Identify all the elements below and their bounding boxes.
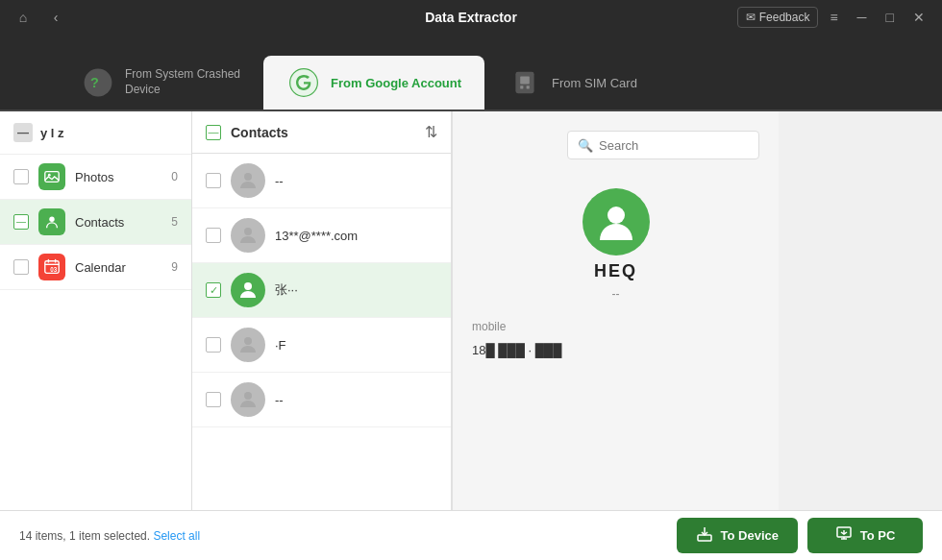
crashed-icon: ? <box>81 65 115 100</box>
tab-crashed[interactable]: ? From System CrashedDevice <box>58 56 263 110</box>
sidebar: — y l z Photos 0 <box>0 111 192 510</box>
contact-item[interactable]: ·F <box>192 318 451 373</box>
tab-bar: ? From System CrashedDevice From Google … <box>0 35 942 111</box>
contact-avatar-3 <box>231 273 265 307</box>
menu-button[interactable]: ≡ <box>822 7 845 28</box>
search-box[interactable]: 🔍 <box>567 131 759 159</box>
sidebar-item-calendar[interactable]: 03 Calendar 9 <box>0 245 191 290</box>
detail-contact-info: HEQ -- <box>472 169 759 310</box>
contact-checkbox-1[interactable] <box>206 173 221 188</box>
calendar-label: Calendar <box>75 260 161 275</box>
contacts-label: Contacts <box>75 215 161 230</box>
search-icon: 🔍 <box>578 138 593 153</box>
calendar-checkbox[interactable] <box>13 259 29 275</box>
svg-rect-7 <box>45 172 59 183</box>
sort-icon[interactable]: ⇅ <box>425 123 437 141</box>
svg-text:?: ? <box>90 75 99 90</box>
svg-point-19 <box>244 392 252 400</box>
status-text: 14 items, 1 item selected. <box>19 529 150 543</box>
svg-text:03: 03 <box>50 266 58 273</box>
contact-checkbox-5[interactable] <box>206 392 221 407</box>
tab-google-label: From Google Account <box>331 76 461 90</box>
photos-label: Photos <box>75 170 161 184</box>
mail-icon: ✉ <box>746 11 756 24</box>
tab-sim[interactable]: From SIM Card <box>484 56 660 110</box>
detail-contact-name: HEQ <box>594 261 637 281</box>
to-device-button[interactable]: To Device <box>677 518 798 553</box>
detail-panel: 🔍 HEQ -- mobile 18█ ███ · ███ <box>452 111 779 510</box>
contact-item[interactable]: 张··· <box>192 263 451 318</box>
contact-checkbox-3[interactable] <box>206 282 221 298</box>
to-pc-icon <box>835 525 853 546</box>
photos-checkbox[interactable] <box>13 169 29 184</box>
contact-avatar-5 <box>231 382 265 417</box>
sidebar-item-photos[interactable]: Photos 0 <box>0 155 191 200</box>
maximize-button[interactable]: □ <box>879 7 902 28</box>
svg-point-16 <box>244 228 252 235</box>
contact-item[interactable]: -- <box>192 154 451 208</box>
footer: 14 items, 1 item selected. Select all To… <box>0 510 942 560</box>
home-button[interactable]: ⌂ <box>10 4 37 31</box>
svg-rect-4 <box>520 77 530 85</box>
to-pc-button[interactable]: To PC <box>807 518 923 553</box>
detail-avatar <box>583 188 650 256</box>
contacts-header-checkbox[interactable]: — <box>206 125 221 140</box>
contact-avatar-2 <box>231 218 265 253</box>
svg-point-9 <box>49 217 54 222</box>
sim-icon <box>508 65 542 100</box>
contacts-checkbox[interactable] <box>13 214 29 230</box>
svg-point-18 <box>244 337 252 345</box>
footer-buttons: To Device To PC <box>677 518 923 553</box>
calendar-icon: 03 <box>38 254 65 280</box>
svg-point-15 <box>244 173 252 181</box>
svg-rect-5 <box>520 85 523 88</box>
detail-phone-label: mobile <box>472 320 506 333</box>
detail-phone: 18█ ███ · ███ <box>472 343 561 357</box>
svg-point-20 <box>607 207 625 224</box>
contact-name-1: -- <box>275 174 437 188</box>
contact-list: -- 13**@****.com 张··· <box>192 154 451 510</box>
select-all-link[interactable]: Select all <box>153 529 200 543</box>
tab-crashed-label: From System CrashedDevice <box>125 67 240 97</box>
sidebar-account: — y l z <box>0 111 191 155</box>
contact-name-5: -- <box>275 393 437 407</box>
contacts-header: — Contacts ⇅ <box>192 111 451 154</box>
account-name: y l z <box>40 126 64 140</box>
tab-sim-label: From SIM Card <box>552 76 637 90</box>
close-button[interactable]: ✕ <box>905 7 932 28</box>
contact-item[interactable]: -- <box>192 373 451 427</box>
google-icon <box>286 65 321 100</box>
contacts-header-title: Contacts <box>231 125 415 140</box>
svg-point-17 <box>244 282 252 290</box>
photos-icon <box>38 163 65 190</box>
feedback-button[interactable]: ✉ Feedback <box>737 7 819 28</box>
contact-checkbox-4[interactable] <box>206 337 221 353</box>
contact-name-4: ·F <box>275 338 437 353</box>
svg-rect-6 <box>527 85 530 88</box>
detail-contact-subname: -- <box>612 287 620 301</box>
footer-status: 14 items, 1 item selected. Select all <box>19 529 677 543</box>
account-icon: — <box>13 123 33 142</box>
tab-google[interactable]: From Google Account <box>263 56 484 110</box>
contact-avatar-1 <box>231 163 265 198</box>
contacts-panel: — Contacts ⇅ -- 13**@****.com <box>192 111 452 510</box>
contact-name-3: 张··· <box>275 281 437 299</box>
search-input[interactable] <box>599 138 760 153</box>
titlebar-controls: ✉ Feedback ≡ ─ □ ✕ <box>737 7 932 28</box>
photos-count: 0 <box>171 170 178 183</box>
contact-name-2: 13**@****.com <box>275 229 437 243</box>
app-title: Data Extractor <box>425 10 517 25</box>
contacts-count: 5 <box>171 215 178 229</box>
sidebar-item-contacts[interactable]: Contacts 5 <box>0 200 191 245</box>
back-button[interactable]: ‹ <box>42 4 69 31</box>
contact-avatar-4 <box>231 328 265 362</box>
main-content: — y l z Photos 0 <box>0 111 942 510</box>
contact-checkbox-2[interactable] <box>206 228 221 243</box>
contacts-icon <box>38 208 65 235</box>
to-device-icon <box>696 525 713 546</box>
titlebar: ⌂ ‹ Data Extractor ✉ Feedback ≡ ─ □ ✕ <box>0 0 942 35</box>
titlebar-nav: ⌂ ‹ <box>10 4 69 31</box>
contact-item[interactable]: 13**@****.com <box>192 208 451 263</box>
calendar-count: 9 <box>171 260 178 274</box>
minimize-button[interactable]: ─ <box>850 7 875 28</box>
